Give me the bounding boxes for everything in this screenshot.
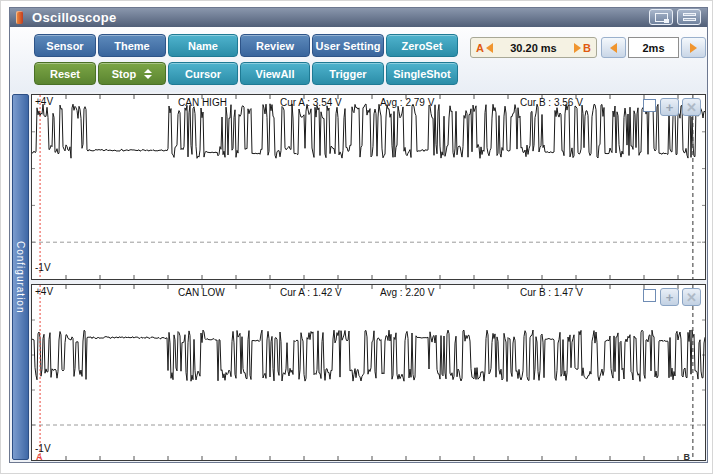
- channel-visibility-checkbox[interactable]: [643, 289, 656, 302]
- window-title: Oscilloscope: [32, 10, 117, 25]
- cursor-delta-value: 30.20 ms: [495, 42, 572, 54]
- app-indicator-icon: [16, 11, 23, 24]
- cursor-button[interactable]: Cursor: [168, 62, 238, 85]
- float-window-icon: [655, 13, 668, 22]
- waveform-trace: [32, 330, 705, 382]
- reset-button[interactable]: Reset: [34, 62, 96, 85]
- arrow-right-icon: [574, 43, 581, 53]
- plus-icon: +: [666, 100, 674, 115]
- cursor-a-tag: A: [476, 42, 484, 54]
- zoom-in-channel-button[interactable]: +: [660, 98, 679, 116]
- timebase-value: 2ms: [642, 42, 664, 54]
- waveform-trace: [32, 104, 705, 159]
- sensor-button[interactable]: Sensor: [34, 34, 96, 57]
- average-readout: Avg : 2.20 V: [380, 287, 434, 298]
- scale-top-label: +4V: [35, 286, 53, 297]
- scale-bottom-label: -1V: [35, 262, 51, 273]
- waveform-plot[interactable]: [32, 95, 705, 279]
- titlebar-buttons: [649, 9, 701, 25]
- title-bar[interactable]: Oscilloscope: [10, 8, 707, 27]
- timebase-decrease-button[interactable]: [601, 37, 626, 58]
- scope-panel-can-low: +4V CAN LOW Cur A : 1.42 V Avg : 2.20 V …: [31, 284, 706, 461]
- cursor-a-marker[interactable]: A: [36, 452, 43, 462]
- zeroset-button[interactable]: ZeroSet: [386, 34, 458, 57]
- review-button[interactable]: Review: [240, 34, 310, 57]
- arrow-right-icon: [690, 43, 697, 53]
- oscilloscope-app-screen: Oscilloscope Sensor Theme Name Review Us…: [0, 0, 713, 474]
- trigger-button[interactable]: Trigger: [312, 62, 384, 85]
- cursor-a-readout: Cur A : 1.42 V: [280, 287, 342, 298]
- cursor-b-marker[interactable]: B: [684, 452, 691, 462]
- cursor-b-readout: Cur B : 1.47 V: [520, 287, 583, 298]
- scope-panel-can-high: +4V CAN HIGH Cur A : 3.54 V Avg : 2.79 V…: [31, 94, 706, 280]
- sidebar-tab-configuration[interactable]: Configuration: [12, 94, 29, 460]
- waveform-plot[interactable]: [32, 285, 705, 460]
- singleshot-button[interactable]: SingleShot: [386, 62, 458, 85]
- channel-name-label: CAN HIGH: [178, 97, 227, 108]
- main-area: Configuration +4V CAN HIGH Cur A : 3.54 …: [10, 92, 707, 462]
- cursor-a-readout: Cur A : 3.54 V: [280, 97, 342, 108]
- channel-name-label: CAN LOW: [178, 287, 225, 298]
- float-window-button[interactable]: [649, 9, 673, 25]
- viewall-button[interactable]: ViewAll: [240, 62, 310, 85]
- zoom-in-channel-button[interactable]: +: [660, 288, 679, 306]
- tile-windows-button[interactable]: [677, 9, 701, 25]
- cursor-b-readout: Cur B : 3.56 V: [520, 97, 583, 108]
- user-setting-button[interactable]: User Setting: [312, 34, 384, 57]
- average-readout: Avg : 2.79 V: [380, 97, 434, 108]
- name-button[interactable]: Name: [168, 34, 238, 57]
- close-icon: ✕: [686, 100, 697, 115]
- sidebar-tab-label: Configuration: [15, 241, 26, 313]
- plus-icon: +: [666, 290, 674, 305]
- tile-windows-icon: [683, 13, 696, 21]
- cursor-delta-readout[interactable]: A 30.20 ms B: [470, 37, 597, 58]
- stop-button[interactable]: Stop: [98, 62, 166, 85]
- cursor-b-tag: B: [583, 42, 591, 54]
- close-icon: ✕: [686, 290, 697, 305]
- toolbar: Sensor Theme Name Review User Setting Ze…: [10, 27, 707, 92]
- stop-spinner-icon[interactable]: [144, 69, 152, 79]
- arrow-left-icon: [486, 43, 493, 53]
- close-channel-button[interactable]: ✕: [682, 98, 701, 116]
- timebase-field[interactable]: 2ms: [628, 37, 679, 58]
- channel-visibility-checkbox[interactable]: [643, 99, 656, 112]
- theme-button[interactable]: Theme: [98, 34, 166, 57]
- timebase-increase-button[interactable]: [681, 37, 706, 58]
- oscilloscope-window: Oscilloscope Sensor Theme Name Review Us…: [9, 7, 708, 463]
- arrow-left-icon: [610, 43, 617, 53]
- close-channel-button[interactable]: ✕: [682, 288, 701, 306]
- scale-top-label: +4V: [35, 96, 53, 107]
